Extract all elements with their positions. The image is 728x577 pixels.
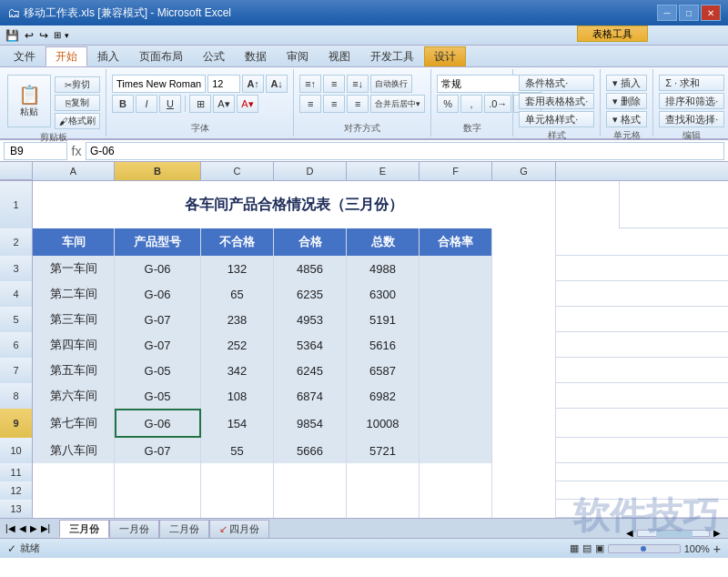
sheet-tab-2[interactable]: 二月份 [159,520,209,538]
cell-reference-box[interactable]: B9 [4,142,67,160]
cell-g2[interactable] [492,228,556,256]
cell-e11[interactable] [347,463,420,481]
cell-b13[interactable] [115,500,201,518]
tab-page-layout[interactable]: 页面布局 [129,46,193,66]
formula-input[interactable] [86,142,724,160]
qa-redo[interactable]: ↪ [37,29,50,42]
cell-d4[interactable]: 6235 [274,281,347,307]
cell-e8[interactable]: 6982 [347,383,420,409]
font-color-btn[interactable]: A▾ [237,95,258,113]
cell-g1[interactable] [556,181,620,228]
row-header-2[interactable]: 2 [0,228,33,256]
cell-g11[interactable] [492,463,556,481]
col-header-g[interactable]: G [492,162,556,180]
sum-btn[interactable]: Σ · 求和 [659,75,724,91]
tab-data[interactable]: 数据 [235,46,277,66]
cell-g12[interactable] [492,481,556,500]
bold-btn[interactable]: B [112,95,134,113]
cell-g9[interactable] [492,409,556,438]
minimize-btn[interactable]: ─ [657,5,677,21]
cell-a2[interactable]: 车间 [33,228,115,256]
cell-f12[interactable] [420,481,492,500]
cell-b10[interactable]: G-07 [115,438,201,463]
cell-d7[interactable]: 6245 [274,358,347,383]
cell-f9[interactable] [420,409,492,438]
cell-d10[interactable]: 5666 [274,438,347,463]
cell-g13[interactable] [492,500,556,518]
cell-c4[interactable]: 65 [201,281,274,307]
page-break-btn[interactable]: ▣ [595,542,604,554]
cell-c10[interactable]: 55 [201,438,274,463]
tab-file[interactable]: 文件 [4,46,46,66]
row-header-4[interactable]: 4 [0,281,33,307]
scroll-left[interactable]: ◀ [626,528,633,538]
cell-c13[interactable] [201,500,274,518]
row-header-9[interactable]: 9 [0,409,33,438]
maximize-btn[interactable]: □ [679,5,699,21]
cell-f6[interactable] [420,332,492,358]
cell-f10[interactable] [420,438,492,463]
font-size-selector[interactable]: 12 [207,75,240,93]
row-header-1[interactable]: 1 [0,181,33,228]
scroll-right[interactable]: ▶ [713,528,721,538]
cell-a7[interactable]: 第五车间 [33,358,115,383]
cell-a13[interactable] [33,500,115,518]
row-header-12[interactable]: 12 [0,481,33,500]
cell-d3[interactable]: 4856 [274,256,347,281]
cell-a4[interactable]: 第二车间 [33,281,115,307]
cell-e10[interactable]: 5721 [347,438,420,463]
cell-e9[interactable]: 10008 [347,409,420,438]
col-header-e[interactable]: E [347,162,420,180]
cell-b6[interactable]: G-07 [115,332,201,358]
sheet-tab-0[interactable]: 三月份 [59,520,109,538]
cell-c3[interactable]: 132 [201,256,274,281]
cell-g8[interactable] [492,383,556,409]
qa-save[interactable]: 💾 [4,29,21,42]
align-top-btn[interactable]: ≡↑ [299,75,321,93]
cell-g5[interactable] [492,307,556,332]
cell-a5[interactable]: 第三车间 [33,307,115,332]
cell-g7[interactable] [492,358,556,383]
tab-developer[interactable]: 开发工具 [360,46,424,66]
row-header-10[interactable]: 10 [0,438,33,463]
sheet-nav-first[interactable]: |◀ [4,523,17,533]
cell-g3[interactable] [492,256,556,281]
align-left-btn[interactable]: ≡ [299,95,321,113]
page-layout-btn[interactable]: ▤ [582,542,592,554]
wrap-text-btn[interactable]: 自动换行 [370,75,412,93]
comma-btn[interactable]: , [460,95,482,113]
cell-g4[interactable] [492,281,556,307]
increase-decimal-btn[interactable]: .0→ [484,95,511,113]
cell-e6[interactable]: 5616 [347,332,420,358]
cell-d9[interactable]: 9854 [274,409,347,438]
cell-c2[interactable]: 不合格 [201,228,274,256]
cell-f5[interactable] [420,307,492,332]
align-middle-btn[interactable]: ≡ [323,75,345,93]
cell-f3[interactable] [420,256,492,281]
qa-dropdown[interactable]: ▾ [65,31,69,40]
cell-e7[interactable]: 6587 [347,358,420,383]
cell-a8[interactable]: 第六车间 [33,383,115,409]
tab-insert[interactable]: 插入 [87,46,129,66]
row-header-6[interactable]: 6 [0,332,33,358]
cell-e3[interactable]: 4988 [347,256,420,281]
font-name-selector[interactable]: Times New Roman [112,75,206,93]
align-center-btn[interactable]: ≡ [323,95,345,113]
sheet-nav-prev[interactable]: ◀ [17,523,28,533]
cell-b2[interactable]: 产品型号 [115,228,201,256]
normal-view-btn[interactable]: ▦ [570,542,579,554]
cell-f7[interactable] [420,358,492,383]
cell-a3[interactable]: 第一车间 [33,256,115,281]
close-btn[interactable]: ✕ [701,5,721,21]
col-header-b[interactable]: B [115,162,201,180]
tab-view[interactable]: 视图 [318,46,360,66]
cell-c12[interactable] [201,481,274,500]
cut-button[interactable]: ✂ 剪切 [55,76,100,93]
col-header-c[interactable]: C [201,162,274,180]
cell-f4[interactable] [420,281,492,307]
cell-style-btn[interactable]: 单元格样式· [519,111,594,127]
sheet-nav-next[interactable]: ▶ [28,523,39,533]
cell-g6[interactable] [492,332,556,358]
underline-btn[interactable]: U [159,95,181,113]
cell-e12[interactable] [347,481,420,500]
